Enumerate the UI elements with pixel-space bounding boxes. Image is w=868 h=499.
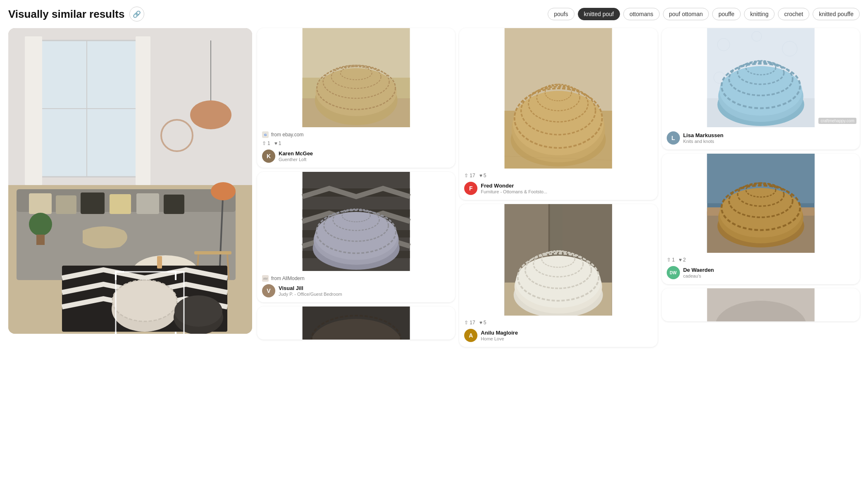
pin-user-4[interactable]: A Anilu Magloire Home Love	[464, 329, 652, 342]
heart-icon-4: ♥	[479, 320, 482, 326]
repin-stat-6: ⇧ 1	[667, 257, 675, 263]
pin-user-2[interactable]: V Visual Jill Judy P. - Office/Guest Bed…	[262, 284, 450, 297]
like-count-4: 5	[484, 320, 486, 326]
heart-icon-6: ♥	[679, 257, 682, 263]
avatar-lisa: L	[667, 131, 680, 145]
pin-meta-4: ⇧ 17 ♥ 5 A Anilu Magloire	[459, 316, 657, 347]
svg-point-21	[211, 182, 236, 200]
like-stat-1: ♥ 1	[274, 140, 281, 146]
user-name-karen: Karen McGee	[279, 150, 313, 157]
user-info-visual: Visual Jill Judy P. - Office/Guest Bedro…	[279, 285, 342, 297]
link-icon: 🔗	[133, 10, 141, 18]
header-left: Visually similar results 🔗	[8, 7, 144, 21]
svg-rect-18	[164, 195, 184, 214]
user-board-dewaerden: cadeau's	[683, 273, 714, 278]
room-svg	[8, 28, 252, 334]
tag-ottomans[interactable]: ottomans	[623, 8, 660, 20]
pin-meta-5: L Lisa Markussen Knits and knots	[662, 127, 860, 150]
svg-rect-17	[136, 193, 159, 214]
user-board-lisa: Knits and knots	[683, 139, 724, 144]
pin-user-6[interactable]: DW De Waerden cadeau's	[667, 266, 855, 279]
tag-poufs[interactable]: poufs	[548, 8, 574, 20]
pin-meta-6: ⇧ 1 ♥ 2 DW De Waerden	[662, 253, 860, 284]
pin-stats-6: ⇧ 1 ♥ 2	[667, 257, 855, 263]
pin-card-dewaerden[interactable]: ⇧ 1 ♥ 2 DW De Waerden	[662, 154, 860, 284]
pin-user-5[interactable]: L Lisa Markussen Knits and knots	[667, 131, 855, 145]
pin-img-wrapper-3	[459, 28, 657, 169]
pin-img-wrapper-4	[459, 204, 657, 316]
pouf-svg-white	[459, 204, 657, 316]
pin-card-partial-3[interactable]	[662, 288, 860, 321]
like-count-3: 5	[484, 173, 486, 178]
tag-knitted-pouf[interactable]: knitted pouf	[578, 8, 620, 20]
pin-card-fred[interactable]: ⇧ 17 ♥ 5 F Fred Wonder	[459, 28, 657, 200]
user-info-dewaerden: De Waerden cadeau's	[683, 267, 714, 278]
svg-rect-22	[194, 251, 231, 254]
pin-img-wrapper-5: craftmehappy.com	[662, 28, 860, 127]
user-name-visual: Visual Jill	[279, 285, 342, 292]
tags-container: poufsknitted poufottomanspouf ottomanpou…	[548, 8, 860, 20]
svg-rect-16	[110, 194, 131, 214]
pouf-svg-gray	[257, 172, 455, 271]
pin-stats-4: ⇧ 17 ♥ 5	[464, 320, 652, 326]
pouf-svg-gold	[662, 154, 860, 253]
pin-image-3	[459, 28, 657, 169]
repin-icon-1: ⇧	[262, 140, 266, 146]
pin-card-lisa[interactable]: craftmehappy.com L Lisa Markussen Knits …	[662, 28, 860, 150]
main-image-column	[8, 28, 252, 347]
tag-pouffe[interactable]: pouffe	[712, 8, 741, 20]
svg-rect-13	[29, 193, 52, 214]
svg-rect-7	[136, 36, 150, 185]
svg-rect-6	[25, 36, 42, 185]
like-count-6: 2	[683, 257, 686, 263]
pin-stats-1: ⇧ 1 ♥ 1	[262, 140, 450, 146]
pin-card-anilu[interactable]: ⇧ 17 ♥ 5 A Anilu Magloire	[459, 204, 657, 347]
tag-crochet[interactable]: crochet	[778, 8, 809, 20]
tag-knitting[interactable]: knitting	[744, 8, 775, 20]
pin-stats-3: ⇧ 17 ♥ 5	[464, 173, 652, 178]
repin-stat-4: ⇧ 17	[464, 320, 475, 326]
pin-source-2: AM from AllModern	[262, 275, 450, 282]
pin-user-3[interactable]: F Fred Wonder Furniture - Ottomans & Foo…	[464, 182, 652, 195]
tag-pouf-ottoman[interactable]: pouf ottoman	[663, 8, 709, 20]
user-info-karen: Karen McGee Guenther Loft	[279, 150, 313, 162]
heart-icon-3: ♥	[479, 173, 482, 178]
user-name-lisa: Lisa Markussen	[683, 132, 724, 139]
like-stat-3: ♥ 5	[479, 173, 486, 178]
pin-image-1	[257, 28, 455, 127]
pouf-svg-blue	[662, 28, 860, 127]
repin-icon-6: ⇧	[667, 257, 671, 263]
user-info-anilu: Anilu Magloire Home Love	[481, 330, 518, 341]
avatar-karen: K	[262, 150, 275, 163]
pin-img-wrapper-6	[662, 154, 860, 253]
page-title: Visually similar results	[8, 8, 124, 21]
repin-stat-3: ⇧ 17	[464, 173, 475, 178]
watermark-craftme: craftmehappy.com	[818, 118, 856, 124]
tag-knitted-pouffe[interactable]: knitted pouffe	[813, 8, 860, 20]
pin-column-3: craftmehappy.com L Lisa Markussen Knits …	[662, 28, 860, 347]
user-board-karen: Guenther Loft	[279, 157, 313, 162]
content-area: G from ebay.com ⇧ 1 ♥ 1	[8, 28, 860, 347]
pouf-svg-partial-1	[257, 307, 455, 340]
repin-count-6: 1	[672, 257, 675, 263]
main-image	[8, 28, 252, 334]
pin-meta-1: G from ebay.com ⇧ 1 ♥ 1	[257, 127, 455, 168]
repin-icon-4: ⇧	[464, 320, 468, 326]
pin-user-1[interactable]: K Karen McGee Guenther Loft	[262, 150, 450, 163]
pin-card-ebay[interactable]: G from ebay.com ⇧ 1 ♥ 1	[257, 28, 455, 168]
pin-card-partial-1[interactable]	[257, 307, 455, 340]
source-text-1: from ebay.com	[271, 132, 303, 138]
user-board-fred: Furniture - Ottomans & Footsto...	[481, 189, 547, 194]
pin-card-allmodern[interactable]: AM from AllModern V Visual Jill Judy P. …	[257, 172, 455, 302]
pin-meta-2: AM from AllModern V Visual Jill Judy P. …	[257, 271, 455, 302]
link-button[interactable]: 🔗	[129, 7, 144, 21]
repin-count-3: 17	[470, 173, 475, 178]
avatar-dewaerden: DW	[667, 266, 680, 279]
avatar-anilu: A	[464, 329, 477, 342]
pin-img-wrapper-2	[257, 172, 455, 271]
user-board-anilu: Home Love	[481, 336, 518, 341]
user-info-lisa: Lisa Markussen Knits and knots	[683, 132, 724, 144]
pin-image-5	[662, 28, 860, 127]
results-columns: G from ebay.com ⇧ 1 ♥ 1	[257, 28, 860, 347]
user-name-anilu: Anilu Magloire	[481, 330, 518, 336]
